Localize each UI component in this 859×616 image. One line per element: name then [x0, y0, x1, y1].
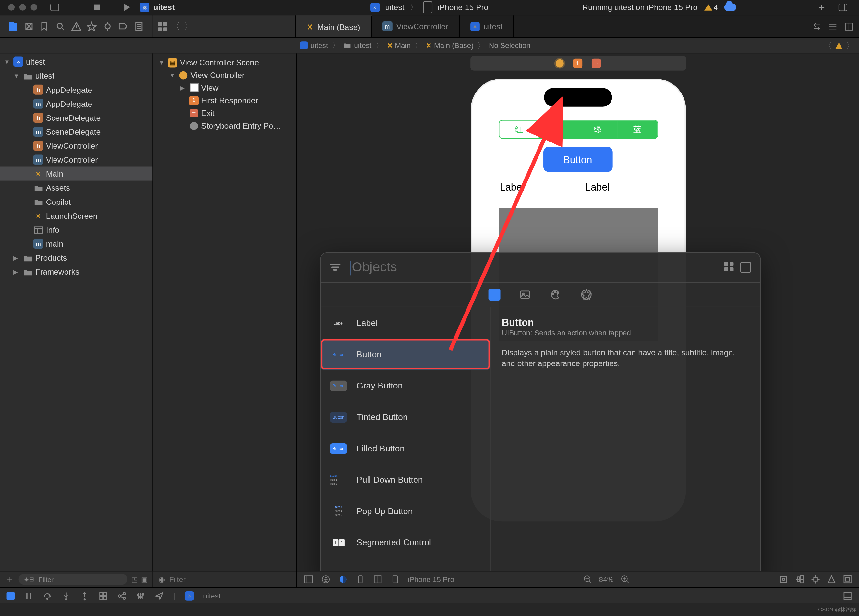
library-list[interactable]: LabelLabelButtonButtonButtonGray ButtonB… — [320, 307, 490, 583]
outline-filter-icon[interactable]: ◉ — [159, 575, 166, 584]
align-icon[interactable] — [795, 575, 804, 584]
appearance-icon[interactable] — [555, 59, 564, 67]
nav-item-viewcontroller[interactable]: mViewController — [0, 153, 153, 166]
zoom-dot[interactable] — [31, 4, 37, 11]
next-issue-icon[interactable]: 〉 — [847, 40, 854, 50]
objects-category-icon[interactable] — [488, 288, 501, 301]
outline-item[interactable]: Exit — [153, 107, 297, 119]
bookmark-navigator-icon[interactable] — [39, 20, 50, 33]
nav-item-frameworks[interactable]: ▶Frameworks — [0, 264, 153, 278]
nav-item-scenedelegate[interactable]: hSceneDelegate — [0, 111, 153, 125]
warning-triangle-icon[interactable] — [836, 42, 842, 48]
resolve-issues-icon[interactable] — [827, 575, 836, 584]
navigate-forward-button[interactable]: 〉 — [184, 20, 193, 33]
window-traffic-lights[interactable] — [0, 4, 45, 11]
segment[interactable]: 黄 — [539, 121, 578, 138]
outline-tree[interactable]: ▼▦View Controller Scene▼View Controller▶… — [153, 53, 297, 571]
library-item-tinted-button[interactable]: ButtonTinted Button — [320, 402, 490, 433]
tab-main-base-[interactable]: ✕Main (Base) — [296, 15, 372, 38]
nav-item-uitest[interactable]: ▼⨳uitest — [0, 55, 153, 69]
toggle-debug-area-icon[interactable] — [843, 591, 852, 600]
stop-button[interactable] — [88, 3, 107, 12]
library-item-gray-button[interactable]: ButtonGray Button — [320, 370, 490, 402]
environment-overrides-icon[interactable] — [136, 591, 145, 600]
layout-icon[interactable] — [373, 575, 383, 584]
jump-bar[interactable]: ⨳uitest〉uitest〉✕Main〉✕Main (Base)〉No Sel… — [0, 38, 859, 53]
warnings-badge[interactable]: 4 — [704, 3, 718, 11]
nav-item-uitest[interactable]: ▼uitest — [0, 69, 153, 83]
simulate-location-icon[interactable] — [155, 591, 164, 600]
media-category-icon[interactable] — [519, 288, 532, 301]
nav-item-info[interactable]: Info — [0, 223, 153, 237]
minimize-dot[interactable] — [19, 4, 26, 11]
library-item-button[interactable]: ButtonButton — [320, 339, 490, 370]
outline-item[interactable]: ▼View Controller — [153, 69, 297, 81]
outline-filter-input[interactable]: Filter — [169, 575, 186, 583]
breakpoints-toggle[interactable] — [7, 592, 15, 600]
test-navigator-icon[interactable] — [87, 20, 97, 33]
run-button[interactable] — [117, 3, 136, 12]
accessibility-icon[interactable] — [321, 575, 331, 584]
device-config-icon[interactable] — [390, 575, 400, 584]
update-frames-icon[interactable] — [779, 575, 788, 584]
prev-issue-icon[interactable]: 〈 — [824, 40, 832, 50]
nav-item-scenedelegate[interactable]: mSceneDelegate — [0, 125, 153, 139]
toggle-outline-icon[interactable] — [304, 575, 313, 584]
library-item-pop-up-button[interactable]: Item 1Item 1Item 2Pop Up Button — [320, 495, 490, 527]
tab-viewcontroller[interactable]: mViewController — [372, 15, 459, 38]
toggle-inspectors-icon[interactable] — [834, 3, 853, 12]
library-item-segmented-control[interactable]: 12Segmented Control — [320, 527, 490, 558]
library-item-filled-button[interactable]: ButtonFilled Button — [320, 433, 490, 464]
cloud-status-icon[interactable] — [725, 3, 736, 11]
pause-icon[interactable] — [24, 591, 33, 600]
scheme-selector[interactable]: ⨳ uitest 〉 iPhone 15 Pro — [370, 1, 488, 13]
grid-view-icon[interactable] — [725, 262, 734, 271]
memory-graph-icon[interactable] — [117, 591, 127, 600]
nav-item-main[interactable]: ✕Main — [0, 167, 153, 181]
breadcrumb-segment[interactable]: ✕Main (Base) — [422, 41, 478, 49]
add-file-button[interactable]: ＋ — [5, 573, 15, 585]
embed-icon[interactable] — [843, 575, 852, 584]
outline-item[interactable]: Storyboard Entry Po… — [153, 119, 297, 132]
project-navigator-icon[interactable] — [8, 20, 19, 33]
zoom-out-icon[interactable] — [583, 575, 592, 584]
pin-icon[interactable] — [811, 575, 820, 584]
outline-item[interactable]: ▼▦View Controller Scene — [153, 56, 297, 69]
breadcrumb-segment[interactable]: uitest — [339, 41, 376, 49]
breadcrumb-segment[interactable]: ✕Main — [383, 41, 415, 49]
breakpoint-navigator-icon[interactable] — [118, 20, 128, 33]
library-item-label[interactable]: LabelLabel — [320, 307, 490, 339]
snippets-category-icon[interactable] — [580, 288, 593, 301]
library-view-toggle[interactable] — [725, 262, 751, 273]
nav-item-assets[interactable]: Assets — [0, 181, 153, 195]
breadcrumb-segment[interactable]: No Selection — [485, 41, 535, 49]
debug-view-icon[interactable] — [98, 591, 108, 600]
segment[interactable]: 绿 — [578, 121, 618, 138]
first-responder-icon[interactable]: 1 — [573, 59, 582, 68]
segment[interactable]: 红 — [499, 121, 539, 138]
library-item-pull-down-button[interactable]: ButtonItem 1Item 2Pull Down Button — [320, 464, 490, 496]
appearance-toggle-icon[interactable] — [338, 575, 348, 584]
related-items-icon[interactable] — [158, 22, 167, 31]
ui-button[interactable]: Button — [543, 147, 612, 172]
step-into-icon[interactable] — [61, 591, 71, 600]
issue-navigator-icon[interactable] — [71, 20, 81, 33]
add-editor-icon[interactable] — [844, 22, 853, 31]
nav-item-viewcontroller[interactable]: hViewController — [0, 139, 153, 153]
library-filter-icon[interactable] — [330, 262, 340, 273]
nav-item-appdelegate[interactable]: mAppDelegate — [0, 97, 153, 111]
breadcrumb-segment[interactable]: ⨳uitest — [296, 41, 332, 49]
device-label[interactable]: iPhone 15 Pro — [408, 575, 454, 583]
segment[interactable]: 蓝 — [618, 121, 657, 138]
project-tree[interactable]: ▼⨳uitest▼uitesthAppDelegatemAppDelegateh… — [0, 53, 153, 571]
detail-view-icon[interactable] — [740, 262, 751, 273]
source-control-navigator-icon[interactable] — [24, 20, 34, 33]
zoom-in-icon[interactable] — [620, 575, 629, 584]
toggle-navigator-icon[interactable] — [45, 3, 64, 12]
close-dot[interactable] — [8, 4, 15, 11]
compare-icon[interactable] — [812, 22, 822, 31]
orientation-icon[interactable] — [356, 575, 365, 584]
scm-filter-icon[interactable]: ▣ — [141, 576, 147, 583]
report-navigator-icon[interactable] — [134, 20, 144, 33]
nav-item-copilot[interactable]: Copilot — [0, 195, 153, 209]
